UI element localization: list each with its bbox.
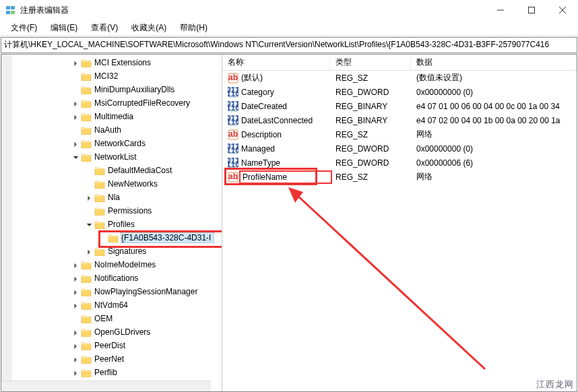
chevron-right-icon[interactable]: ⏵ <box>71 59 81 67</box>
tree-scrollbar[interactable] <box>1 55 12 391</box>
chevron-right-icon[interactable]: ⏵ <box>71 302 81 309</box>
value-row[interactable]: (默认)REG_SZ(数值未设置) <box>222 71 577 85</box>
folder-icon <box>81 85 92 94</box>
menu-file[interactable]: 文件(F) <box>4 20 44 36</box>
value-name: DateLastConnected <box>241 116 330 125</box>
tree-item[interactable]: MCI32 <box>1 69 214 83</box>
tree-item[interactable]: NaAuth <box>1 123 214 137</box>
tree-item-label: NtVdm64 <box>94 300 131 310</box>
highlight-arrow <box>283 184 499 379</box>
tree-item-label: NowPlayingSessionManager <box>94 287 200 296</box>
tree-item-label: PeerDist <box>94 341 128 350</box>
folder-icon <box>81 287 92 296</box>
folder-icon <box>81 112 92 121</box>
tree-item[interactable]: ⏵Signatures <box>1 244 214 258</box>
minimize-button[interactable] <box>485 0 516 20</box>
tree-item[interactable]: ⏵Perflib <box>1 366 214 379</box>
chevron-right-icon[interactable]: ⏵ <box>71 329 81 336</box>
tree-hscrollbar[interactable] <box>1 381 211 391</box>
tree-item-label: Notifications <box>94 273 141 283</box>
menu-help[interactable]: 帮助(H) <box>173 20 214 36</box>
chevron-right-icon[interactable]: ⏵ <box>71 369 81 377</box>
chevron-right-icon[interactable]: ⏵ <box>71 261 81 269</box>
tree-item-label: NewNetworks <box>108 179 160 189</box>
tree-item[interactable]: ⏵NowPlayingSessionManager <box>1 285 214 298</box>
tree-item-label: Multimedia <box>94 112 136 121</box>
tree-item[interactable]: ⏵Notifications <box>1 271 214 285</box>
tree-item[interactable]: {F1A0B543-328C-4D31-I <box>1 231 214 244</box>
titlebar: 注册表编辑器 <box>0 0 578 20</box>
value-data: 0x00000006 (6) <box>411 158 577 168</box>
value-row[interactable]: ManagedREG_DWORD0x00000000 (0) <box>222 141 577 156</box>
tree-item[interactable]: ⏵Multimedia <box>1 110 214 123</box>
binary-value-icon <box>228 158 238 168</box>
tree-pane: ⏵MCI ExtensionsMCI32MiniDumpAuxiliaryDll… <box>1 55 222 391</box>
tree-item[interactable]: OEM <box>1 312 214 325</box>
chevron-right-icon[interactable]: ⏵ <box>71 288 81 296</box>
tree-item-label: Perflib <box>94 368 120 377</box>
menu-view[interactable]: 查看(V) <box>84 20 125 36</box>
tree-item[interactable]: DefaultMediaCost <box>1 164 214 177</box>
value-row[interactable]: ProfileNameREG_SZ网络 <box>222 170 577 184</box>
value-row[interactable]: DateLastConnectedREG_BINARYe4 07 02 00 0… <box>222 113 577 127</box>
tree-item[interactable]: ⏵OpenGLDrivers <box>1 325 214 339</box>
chevron-right-icon[interactable]: ⏵ <box>85 248 94 255</box>
tree-item[interactable]: ⏵PeerDist <box>1 339 214 352</box>
tree-item-label: DefaultMediaCost <box>108 166 174 175</box>
value-type: REG_SZ <box>330 130 411 139</box>
chevron-down-icon[interactable]: ⏷ <box>85 221 94 228</box>
chevron-right-icon[interactable]: ⏵ <box>71 342 81 350</box>
value-data: 0x00000000 (0) <box>411 144 577 154</box>
tree-item[interactable]: ⏵NetworkCards <box>1 137 214 150</box>
value-data: e4 07 01 00 06 00 04 00 0c 00 1a 00 34 <box>411 102 577 111</box>
chevron-right-icon[interactable]: ⏵ <box>71 100 81 107</box>
col-name[interactable]: 名称 <box>222 55 330 71</box>
binary-value-icon <box>228 143 238 154</box>
value-row[interactable]: DateCreatedREG_BINARYe4 07 01 00 06 00 0… <box>222 99 577 113</box>
folder-icon <box>108 233 119 242</box>
value-data: e4 07 02 00 04 00 1b 00 0a 00 20 00 1a <box>411 116 577 125</box>
tree-item[interactable]: MiniDumpAuxiliaryDlls <box>1 83 214 96</box>
tree-item[interactable]: ⏵Nla <box>1 191 214 204</box>
menu-favorites[interactable]: 收藏夹(A) <box>125 20 173 36</box>
tree-item[interactable]: ⏷Profiles <box>1 218 214 231</box>
tree-item[interactable]: ⏵NtVdm64 <box>1 298 214 312</box>
col-data[interactable]: 数据 <box>411 55 577 71</box>
tree-item-label: NetworkList <box>94 152 139 162</box>
chevron-right-icon[interactable]: ⏵ <box>71 275 81 282</box>
col-type[interactable]: 类型 <box>330 55 411 71</box>
value-row[interactable]: NameTypeREG_DWORD0x00000006 (6) <box>222 156 577 170</box>
tree-item[interactable]: ⏵NoImeModeImes <box>1 258 214 271</box>
tree-item[interactable]: NewNetworks <box>1 177 214 191</box>
value-type: REG_SZ <box>330 172 411 182</box>
tree-item[interactable]: Permissions <box>1 204 214 218</box>
binary-value-icon <box>228 101 238 112</box>
value-data: 0x00000000 (0) <box>411 88 577 97</box>
value-name: (默认) <box>241 72 330 84</box>
chevron-right-icon[interactable]: ⏵ <box>71 356 81 363</box>
menu-edit[interactable]: 编辑(E) <box>44 20 84 36</box>
chevron-right-icon[interactable]: ⏵ <box>71 140 81 148</box>
tree-item[interactable]: ⏷NetworkList <box>1 150 214 164</box>
maximize-button[interactable] <box>516 0 547 20</box>
folder-icon <box>94 179 105 189</box>
chevron-down-icon[interactable]: ⏷ <box>71 154 81 161</box>
tree-item[interactable]: ⏵PeerNet <box>1 352 214 366</box>
folder-icon <box>81 368 92 377</box>
folder-icon <box>81 71 92 81</box>
value-row[interactable]: CategoryREG_DWORD0x00000000 (0) <box>222 85 577 99</box>
value-row[interactable]: DescriptionREG_SZ网络 <box>222 127 577 141</box>
tree-item-label: MsiCorruptedFileRecovery <box>94 98 193 108</box>
tree-item[interactable]: ⏵MsiCorruptedFileRecovery <box>1 96 214 110</box>
address-bar[interactable]: 计算机\HKEY_LOCAL_MACHINE\SOFTWARE\Microsof… <box>1 37 577 53</box>
tree-item-label: NoImeModeImes <box>94 260 158 269</box>
value-name: Description <box>241 130 330 139</box>
folder-icon <box>81 58 92 67</box>
tree-item-label: NetworkCards <box>94 139 148 148</box>
close-button[interactable] <box>547 0 578 20</box>
tree-item-label: OEM <box>94 314 115 323</box>
folder-icon <box>94 220 105 229</box>
chevron-right-icon[interactable]: ⏵ <box>71 113 81 121</box>
chevron-right-icon[interactable]: ⏵ <box>85 194 94 201</box>
tree-item[interactable]: ⏵MCI Extensions <box>1 56 214 69</box>
